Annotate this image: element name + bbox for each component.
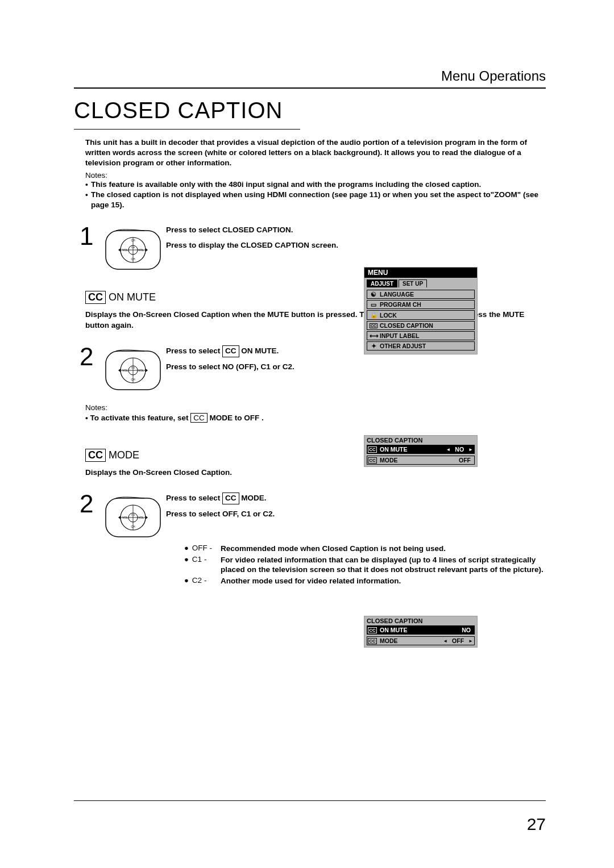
cc-box-label: CC <box>222 345 239 357</box>
menu-item-label: INPUT LABEL <box>380 332 419 339</box>
remote-dpad-icon: CH VOL VOL O K <box>105 495 161 540</box>
page-number: 27 <box>527 815 546 834</box>
input-icon: ⟷ <box>370 332 377 339</box>
svg-text:VOL: VOL <box>122 516 128 519</box>
menu-item-label: PROGRAM CH <box>380 301 421 308</box>
triangle-right-icon: ► <box>467 447 474 452</box>
triangle-left-icon: ◄ <box>445 447 451 452</box>
step2-line1: Press to select CC ON MUTE. <box>166 345 546 357</box>
remote-dpad-icon: CH VOL VOL O K <box>105 348 161 393</box>
osd-cc-panel-1: CLOSED CAPTION CC ON MUTE ◄ NO ► CC MODE… <box>364 435 478 467</box>
cc-row-value: NO <box>451 445 467 453</box>
menu-item-input-label[interactable]: ⟷INPUT LABEL <box>367 331 475 340</box>
step-number: 2 <box>80 344 105 369</box>
intro-note-2: The closed caption is not displayed when… <box>91 190 546 210</box>
cc-row-label: ON MUTE <box>377 626 458 634</box>
svg-text:VOL: VOL <box>138 516 144 519</box>
cc-panel-title: CLOSED CAPTION <box>364 616 477 625</box>
cc-row-value: OFF <box>455 456 474 464</box>
mode-definitions: ●OFF - Recommended mode when Closed Capt… <box>184 544 546 586</box>
cc-box-label: CC <box>190 413 208 423</box>
text: Press to select <box>166 494 220 502</box>
svg-text:CH: CH <box>131 525 135 528</box>
cc-row-label: MODE <box>377 456 455 464</box>
cc-row-value: NO <box>458 626 474 634</box>
def-label: C1 <box>192 555 202 564</box>
svg-text:CH: CH <box>131 239 135 242</box>
divider-subtitle <box>74 129 300 130</box>
triangle-right-icon: ► <box>467 639 474 644</box>
intro-notes: •This feature is available only with the… <box>85 180 546 211</box>
osd-menu-panel: MENU ADJUST SET UP ☯LANGUAGE ▭PROGRAM CH… <box>364 267 478 354</box>
lock-icon: 🔒 <box>370 311 377 319</box>
cc-icon: CC <box>368 446 377 453</box>
cc-row-mode[interactable]: CC MODE OFF <box>367 456 475 465</box>
cc-row-label: MODE <box>377 637 442 645</box>
cc-row-on-mute[interactable]: CC ON MUTE NO <box>367 625 475 635</box>
menu-item-label: CLOSED CAPTION <box>380 322 433 329</box>
text: MODE to OFF . <box>210 414 264 422</box>
menu-item-lock[interactable]: 🔒LOCK <box>367 310 475 320</box>
divider-bottom <box>74 800 546 801</box>
svg-text:CH: CH <box>131 257 135 261</box>
breadcrumb-header: Menu Operations <box>74 68 546 84</box>
svg-text:VOL: VOL <box>138 248 144 252</box>
svg-text:O K: O K <box>131 366 135 369</box>
sub-note: • To activate this feature, set CC MODE … <box>85 413 546 423</box>
triangle-left-icon: ◄ <box>442 639 449 644</box>
menu-title: MENU <box>364 268 477 278</box>
divider-top <box>74 87 546 89</box>
heading-text: ON MUTE <box>106 291 156 303</box>
menu-item-program-ch[interactable]: ▭PROGRAM CH <box>367 300 475 309</box>
step2m-line1: Press to select CC MODE. <box>166 493 546 504</box>
text: ON MUTE. <box>241 347 279 355</box>
menu-item-closed-caption[interactable]: CCCLOSED CAPTION <box>367 321 475 330</box>
step-1: 1 CH CH VOL VOL O K Press to select CLOS… <box>74 224 546 273</box>
cc-icon: CC <box>368 457 377 464</box>
svg-text:VOL: VOL <box>122 248 128 252</box>
cc-mode-desc: Displays the On-Screen Closed Caption. <box>85 468 546 478</box>
remote-dpad-icon: CH CH VOL VOL O K <box>105 227 161 273</box>
step-2-mode: 2 CH VOL VOL O K Press to select CC MODE… <box>74 491 546 540</box>
notes-label: Notes: <box>85 171 546 180</box>
menu-item-label: LANGUAGE <box>380 291 414 298</box>
cc-box-label: CC <box>85 449 106 462</box>
globe-icon: ☯ <box>370 291 377 298</box>
tab-adjust[interactable]: ADJUST <box>367 279 397 287</box>
svg-text:CH: CH <box>131 378 135 381</box>
cc-row-value: OFF <box>449 637 467 645</box>
heading-text: MODE <box>106 449 139 461</box>
def-label: C2 <box>192 576 202 585</box>
text: • To activate this feature, set <box>85 414 189 422</box>
def-text: For video related information that can b… <box>221 555 546 575</box>
cc-icon: CC <box>368 627 377 633</box>
menu-item-label: LOCK <box>380 312 397 319</box>
menu-item-label: OTHER ADJUST <box>380 343 426 349</box>
def-label: OFF <box>192 544 208 552</box>
notes-label: Notes: <box>85 403 546 412</box>
step1-line2: Press to display the CLOSED CAPTION scre… <box>166 240 546 251</box>
text: MODE. <box>241 494 266 502</box>
step2-line2: Press to select NO (OFF), C1 or C2. <box>166 362 546 373</box>
text: Press to select <box>166 347 220 355</box>
page-title: CLOSED CAPTION <box>74 98 546 123</box>
tab-setup[interactable]: SET UP <box>399 279 427 287</box>
def-text: Recommended mode when Closed Caption is … <box>221 544 546 554</box>
step2m-line2: Press to select OFF, C1 or C2. <box>166 509 546 520</box>
cc-panel-title: CLOSED CAPTION <box>364 436 477 445</box>
osd-cc-panel-2: CLOSED CAPTION CC ON MUTE NO CC MODE ◄ O… <box>364 616 478 648</box>
step1-line1: Press to select CLOSED CAPTION. <box>166 225 546 236</box>
menu-item-other-adjust[interactable]: ✦OTHER ADJUST <box>367 341 475 350</box>
menu-item-language[interactable]: ☯LANGUAGE <box>367 290 475 299</box>
adjust-icon: ✦ <box>370 343 377 349</box>
cc-icon: CC <box>368 638 377 644</box>
svg-text:O K: O K <box>131 514 135 516</box>
cc-icon: CC <box>370 323 377 328</box>
cc-row-mode[interactable]: CC MODE ◄ OFF ► <box>367 636 475 645</box>
svg-text:VOL: VOL <box>138 369 144 372</box>
cc-row-label: ON MUTE <box>377 445 445 453</box>
step-number: 1 <box>80 224 105 249</box>
svg-text:O K: O K <box>131 246 135 249</box>
cc-row-on-mute[interactable]: CC ON MUTE ◄ NO ► <box>367 445 475 454</box>
intro-note-1: This feature is available only with the … <box>91 180 546 190</box>
